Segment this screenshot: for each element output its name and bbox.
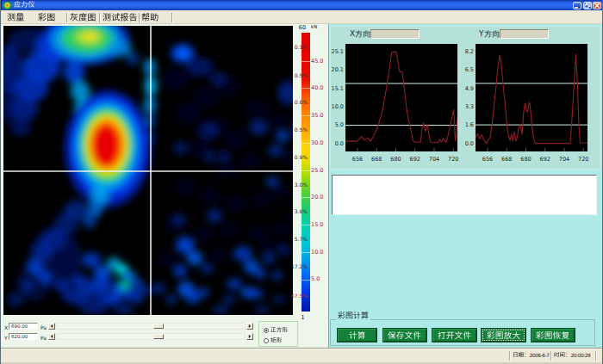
scroll-left-button[interactable]: [48, 333, 55, 340]
result-listbox[interactable]: [332, 175, 597, 215]
chart-y-label: 6.5: [460, 67, 474, 73]
app-window: 60 kN 1 45.040.035.030.025.020.015.010.0…: [0, 0, 603, 364]
button-计算[interactable]: [337, 328, 377, 342]
minimize-button[interactable]: [573, 2, 581, 9]
colorbar-percent-label: 17.2%: [287, 264, 308, 269]
chart-x-label: 668: [369, 157, 384, 163]
calc-group-title: [336, 312, 370, 328]
menu-item[interactable]: [7, 13, 24, 22]
colorbar-value-label: 25.0: [311, 168, 326, 174]
chart-y-label: 20.1: [330, 67, 344, 73]
colorbar-value-label: 10.0: [311, 250, 326, 256]
button-彩图放大[interactable]: [481, 328, 526, 342]
chart-value-input[interactable]: [370, 29, 420, 39]
status-date: 2006-6-7: [513, 352, 550, 358]
menu-item[interactable]: [141, 13, 159, 22]
colorbar-min-label: 1: [300, 314, 306, 321]
coord-scrollbar-x[interactable]: [56, 323, 246, 330]
scrollbar-thumb[interactable]: [153, 334, 164, 339]
statusbar-separator: [509, 351, 510, 361]
colorbar-tick: [302, 88, 310, 89]
colorbar-value-label: 15.0: [311, 222, 326, 228]
chart-y-label: 5.0: [330, 122, 344, 128]
menu-separator: [171, 13, 172, 22]
chart-x-label: 668: [499, 157, 514, 163]
colorbar-percent-label: 0.1%: [287, 45, 308, 50]
colorbar-tick: [302, 61, 310, 62]
colorbar-tick: [302, 197, 310, 198]
colorbar-unit-label: kN: [311, 24, 317, 29]
colorbar-value-label: 20.0: [311, 194, 326, 201]
colorbar-tick: [302, 225, 310, 225]
colorbar-value-label: 30.0: [311, 140, 326, 146]
app-icon: [3, 2, 11, 9]
status-time: 20:00:28: [554, 352, 590, 358]
chart-x-label: 680: [389, 157, 404, 163]
radio-正方形[interactable]: [264, 328, 269, 333]
menu-item[interactable]: [103, 13, 138, 22]
chart-curve: [345, 52, 457, 142]
colorbar-percent-label: 3.0%: [287, 182, 308, 188]
scrollbar-thumb[interactable]: [153, 324, 164, 329]
colorbar-percent-label: 0.6%: [287, 100, 308, 105]
button-打开文件[interactable]: [432, 328, 477, 342]
stress-heatmap[interactable]: [3, 26, 293, 315]
menu-bar: [0, 10, 603, 24]
colorbar-max-label: 60: [297, 24, 308, 31]
coord-input-y[interactable]: 620.00: [9, 333, 38, 340]
colorbar-value-label: 5.0: [311, 276, 326, 282]
coord-scrollbar-y[interactable]: [56, 333, 246, 340]
chart-x-label: 656: [480, 157, 495, 163]
chart-curve: [476, 54, 587, 144]
scroll-right-button[interactable]: [246, 333, 253, 340]
chart-y-label: 4.9: [460, 86, 474, 92]
menu-separator: [139, 13, 140, 22]
chart-y-label: 25.1: [330, 49, 344, 55]
chart-x-label: 656: [350, 157, 365, 163]
radio-矩形[interactable]: [264, 338, 269, 343]
restore-button[interactable]: [583, 2, 592, 9]
colorbar-value-label: 40.0: [311, 85, 326, 91]
colorbar-tick: [302, 115, 310, 116]
button-保存文件[interactable]: [382, 328, 427, 342]
window-edge-left: [0, 0, 1, 364]
axis-label-y: Y: [4, 335, 8, 341]
chart-x-label: 720: [445, 157, 461, 163]
colorbar-percent-label: 0.9%: [287, 155, 308, 160]
chart-x-label: 720: [575, 157, 591, 163]
chart-y-label: 8.2: [460, 49, 474, 55]
unit-label: Pa: [40, 335, 47, 341]
colorbar-percent-label: 3.6%: [287, 209, 308, 214]
chart-plot-y: [476, 44, 587, 151]
axis-label-x: X: [4, 324, 8, 330]
menu-item[interactable]: [38, 13, 55, 22]
chart-x-label: 704: [556, 157, 572, 163]
chart-y-label: 3.3: [460, 104, 474, 110]
chart-y-label: 0.0: [330, 141, 344, 147]
chart-x-label: 704: [426, 157, 442, 163]
chart-x-label: 692: [538, 157, 553, 163]
colorbar-value-label: 35.0: [311, 113, 326, 119]
colorbar-percent-label: 0.5%: [287, 73, 308, 78]
statusbar-separator: [550, 351, 551, 361]
menu-separator: [66, 13, 67, 22]
chart-y-label: 15.1: [330, 86, 344, 92]
scroll-left-button[interactable]: [48, 323, 55, 330]
colorbar-value-label: 45.0: [311, 59, 326, 65]
chart-y-label: 0.0: [460, 141, 474, 147]
unit-label: Pa: [40, 324, 47, 330]
chart-value-input[interactable]: [500, 29, 549, 39]
status-bar: 2006-6-720:00:28: [0, 349, 603, 362]
colorbar-tick: [302, 143, 310, 144]
colorbar-tick: [302, 170, 310, 171]
colorbar-tick: [302, 280, 310, 281]
colorbar-percent-label: 67.5%: [287, 293, 308, 299]
menu-item[interactable]: [70, 13, 96, 22]
scroll-right-button[interactable]: [246, 323, 253, 330]
statusbar-separator: [595, 351, 596, 361]
chart-plot-x: [345, 44, 457, 151]
coord-input-x[interactable]: 690.00: [9, 323, 38, 330]
close-button[interactable]: [593, 2, 601, 9]
button-彩图恢复[interactable]: [531, 328, 575, 342]
colorbar-tick: [302, 252, 310, 253]
